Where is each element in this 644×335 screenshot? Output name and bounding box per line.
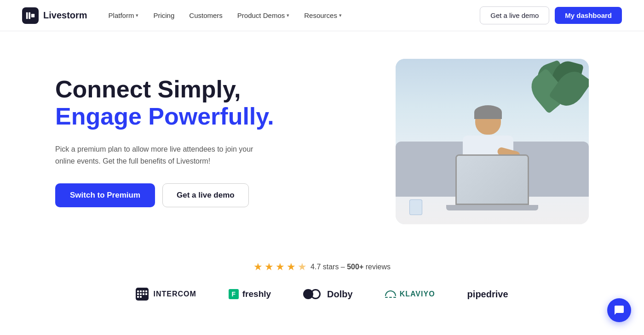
- intercom-name: INTERCOM: [153, 290, 196, 298]
- nav-links: Platform ▾ Pricing Customers Product Dem…: [102, 8, 480, 23]
- hero-title-line2: Engage Powerfully.: [55, 103, 313, 131]
- freshly-name: freshly: [242, 289, 271, 299]
- chat-icon: [614, 305, 625, 316]
- hero-buttons: Switch to Premium Get a live demo: [55, 183, 313, 207]
- logo-klaviyo: KLAVIYO: [385, 290, 435, 298]
- person-head: [475, 107, 501, 135]
- logos-row: INTERCOM F freshly Dolby: [22, 288, 622, 301]
- social-proof-section: ★ ★ ★ ★ ★ 4.7 stars – 500+ reviews INTER…: [0, 243, 644, 310]
- klaviyo-name: KLAVIYO: [400, 290, 435, 298]
- hero-content: Connect Simply, Engage Powerfully. Pick …: [55, 76, 313, 208]
- logo-freshly: F freshly: [229, 289, 271, 299]
- nav-item-platform[interactable]: Platform ▾: [102, 8, 145, 23]
- klaviyo-line: [389, 297, 392, 298]
- glass: [409, 199, 422, 215]
- switch-to-premium-button[interactable]: Switch to Premium: [55, 183, 155, 207]
- nav-item-customers[interactable]: Customers: [183, 8, 229, 23]
- star-4: ★: [287, 261, 296, 273]
- star-2: ★: [264, 261, 274, 273]
- stars-display: ★ ★ ★ ★ ★: [253, 261, 307, 273]
- hero-scene: [396, 59, 589, 224]
- dolby-name: Dolby: [327, 289, 353, 300]
- star-1: ★: [253, 261, 263, 273]
- logo-intercom: INTERCOM: [136, 288, 196, 301]
- hero-get-live-demo-button[interactable]: Get a live demo: [162, 183, 249, 207]
- star-5-half: ★: [298, 261, 307, 273]
- plant-decoration: [529, 59, 584, 123]
- hero-section: Connect Simply, Engage Powerfully. Pick …: [0, 31, 644, 243]
- hero-subtitle: Pick a premium plan to allow more live a…: [55, 143, 267, 167]
- chevron-down-icon: ▾: [339, 12, 342, 18]
- my-dashboard-button[interactable]: My dashboard: [555, 7, 622, 24]
- star-3: ★: [276, 261, 285, 273]
- freshly-icon: F: [229, 289, 239, 299]
- reviews-text: 4.7 stars – 500+ reviews: [310, 263, 391, 271]
- chevron-down-icon: ▾: [287, 12, 289, 18]
- intercom-icon: [136, 288, 149, 301]
- nav-item-resources[interactable]: Resources ▾: [298, 8, 348, 23]
- nav-item-pricing[interactable]: Pricing: [147, 8, 181, 23]
- hero-image: [396, 59, 589, 224]
- nav-item-product-demos[interactable]: Product Demos ▾: [231, 8, 296, 23]
- klaviyo-arc: [385, 290, 396, 296]
- chat-bubble-button[interactable]: [607, 298, 631, 322]
- logo[interactable]: Livestorm: [22, 7, 87, 24]
- klaviyo-icon: [385, 290, 396, 298]
- hero-title-line1: Connect Simply,: [55, 76, 313, 103]
- logo-svg: [25, 11, 35, 21]
- laptop-screen: [455, 154, 529, 205]
- person-hair: [474, 105, 502, 119]
- klaviyo-line: [393, 297, 396, 298]
- laptop-screen-inner: [457, 156, 528, 204]
- intercom-bars: [137, 290, 147, 298]
- svg-rect-0: [26, 12, 28, 19]
- laptop-base: [446, 205, 538, 210]
- pipedrive-name: pipedrive: [467, 289, 508, 300]
- dolby-circle-outline: [310, 289, 321, 299]
- stars-row: ★ ★ ★ ★ ★ 4.7 stars – 500+ reviews: [22, 261, 622, 273]
- logo-icon: [22, 7, 39, 24]
- get-live-demo-button[interactable]: Get a live demo: [480, 6, 549, 24]
- klaviyo-line: [385, 297, 388, 298]
- nav-actions: Get a live demo My dashboard: [480, 6, 622, 24]
- chevron-down-icon: ▾: [136, 12, 138, 18]
- logo-pipedrive: pipedrive: [467, 289, 508, 300]
- laptop: [446, 154, 538, 210]
- svg-rect-1: [29, 12, 30, 19]
- klaviyo-lines: [385, 297, 396, 298]
- svg-rect-2: [31, 14, 34, 17]
- logo-dolby: Dolby: [303, 289, 353, 300]
- dolby-icon: [303, 289, 321, 299]
- logo-text: Livestorm: [43, 10, 87, 21]
- navbar: Livestorm Platform ▾ Pricing Customers P…: [0, 0, 644, 31]
